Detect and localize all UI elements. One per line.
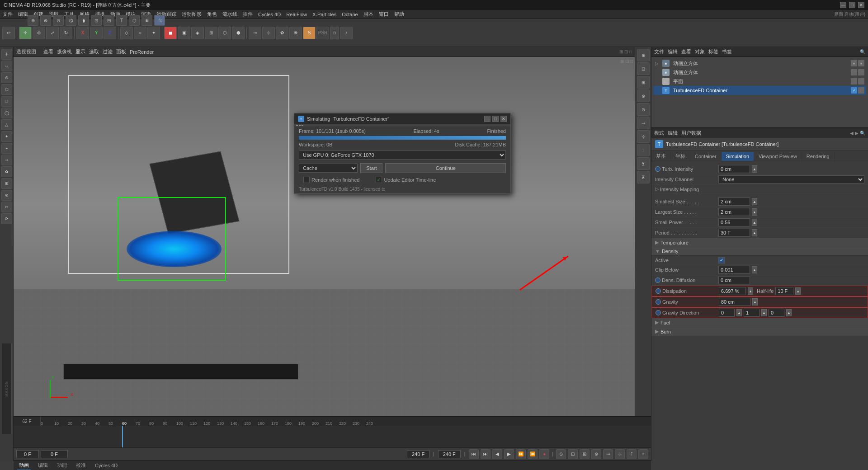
tb-r9[interactable]: ⬡: [129, 19, 140, 26]
tb-r3[interactable]: ⊙: [53, 19, 64, 26]
gravity-dir-z[interactable]: [769, 309, 784, 317]
render-finished-checkbox[interactable]: [303, 177, 310, 183]
gravity-up[interactable]: ▲: [752, 298, 758, 306]
left-btn-6[interactable]: △: [1, 119, 12, 130]
tb-r1[interactable]: ⊕: [28, 19, 38, 26]
tb-tl-7[interactable]: ⊺: [627, 449, 637, 459]
move-btn[interactable]: ⊕: [33, 27, 45, 39]
gravity-dir-z-up[interactable]: ▲: [786, 309, 792, 316]
tb6[interactable]: ⬢: [232, 27, 245, 39]
obj-item-1[interactable]: ■ 动画立方体: [653, 68, 866, 77]
left-btn-4[interactable]: □: [1, 96, 12, 107]
object-btn[interactable]: ○: [134, 27, 146, 39]
dens-diffusion-input[interactable]: [718, 276, 750, 284]
gravity-radio[interactable]: [656, 299, 661, 305]
left-btn-move[interactable]: ↔: [1, 61, 12, 71]
section-temperature[interactable]: ▶ Temperature: [651, 238, 868, 247]
menu-motion-graphic[interactable]: 运动图形: [182, 11, 202, 18]
vp-select[interactable]: 选取: [89, 48, 99, 55]
tb7[interactable]: ⊸: [249, 27, 261, 39]
tab-viewport-preview[interactable]: Viewport Preview: [754, 152, 802, 161]
left-btn-select[interactable]: ✛: [1, 49, 12, 60]
tb5[interactable]: ⬡: [218, 27, 231, 39]
smallest-size-up[interactable]: ▲: [752, 198, 757, 205]
tb-r8[interactable]: T: [116, 19, 127, 26]
vp-panel[interactable]: 面板: [116, 48, 126, 55]
sim-start-btn[interactable]: Start: [360, 163, 382, 173]
current-frame-input[interactable]: [41, 450, 68, 458]
viewport-canvas[interactable]: X Y 网格尺寸：100 cm ⊞ ⊡ □: [14, 57, 635, 425]
menu-octane[interactable]: Octane: [342, 12, 358, 17]
obj-item-turbulencefd[interactable]: T TurbulenceFD Container ✓: [653, 86, 866, 95]
dissipation-radio[interactable]: [656, 288, 661, 294]
menu-help[interactable]: 帮助: [394, 11, 404, 18]
next-frame-btn[interactable]: ⏩: [516, 449, 526, 459]
sim-continue-btn[interactable]: Continue: [385, 163, 506, 173]
tb4[interactable]: ⊞: [205, 27, 217, 39]
update-editor-checkbox[interactable]: ✓: [376, 177, 382, 183]
tb-tl-6[interactable]: ⊹: [615, 449, 625, 459]
play-btn[interactable]: ▶: [504, 449, 514, 459]
rotate-btn[interactable]: ↻: [60, 27, 72, 39]
gravity-dir-y[interactable]: [744, 309, 760, 317]
half-life-up[interactable]: ▲: [795, 287, 801, 295]
cursor-btn[interactable]: ✛: [19, 27, 32, 39]
vp-camera[interactable]: 摄像机: [57, 48, 72, 55]
y-axis-btn[interactable]: Y: [90, 27, 103, 39]
turb-intensity-input[interactable]: [718, 165, 750, 173]
play-reverse-btn[interactable]: ⏪: [528, 449, 538, 459]
maximize-btn[interactable]: □: [849, 2, 855, 8]
tb1[interactable]: ◼: [164, 27, 177, 39]
tb9[interactable]: ✿: [276, 27, 288, 39]
bottom-tab-calib[interactable]: 校准: [74, 461, 88, 470]
tb-r7[interactable]: ⊟: [104, 19, 114, 26]
tb-tl-3[interactable]: ⊞: [580, 449, 590, 459]
minimize-btn[interactable]: —: [840, 2, 846, 8]
timeline-track[interactable]: [14, 426, 651, 447]
props-content[interactable]: Turb. Intensity ▲ Intensity Channel None: [651, 162, 868, 461]
tb12[interactable]: PSR: [316, 27, 329, 39]
playhead[interactable]: [122, 426, 123, 447]
props-mode[interactable]: 模式: [654, 130, 664, 136]
menu-script[interactable]: 脚本: [363, 11, 373, 18]
obj-file[interactable]: 文件: [654, 48, 664, 55]
obj-tags[interactable]: 标签: [708, 48, 718, 55]
density-active-checkbox[interactable]: ✓: [718, 257, 725, 263]
prev-frame-btn[interactable]: ◀: [492, 449, 502, 459]
sim-close-btn[interactable]: ✕: [500, 116, 507, 122]
tab-coord[interactable]: 坐标: [671, 151, 690, 161]
menu-cycles4d[interactable]: Cycles 4D: [258, 12, 281, 17]
left-btn-11[interactable]: ⊞: [1, 178, 12, 189]
tab-container[interactable]: Container: [690, 152, 722, 161]
tab-simulation[interactable]: Simulation: [722, 152, 754, 161]
tb2[interactable]: ▣: [178, 27, 190, 39]
close-btn[interactable]: ✕: [858, 2, 864, 8]
sim-gpu-select[interactable]: Use GPU 0: GeForce GTX 1070: [299, 150, 506, 160]
tb-r4[interactable]: ⌬: [66, 19, 76, 26]
record-btn[interactable]: ●: [539, 449, 549, 459]
polygon-btn[interactable]: ◇: [120, 27, 133, 39]
left-btn-7[interactable]: ✦: [1, 131, 12, 142]
bottom-tab-cycles4d[interactable]: Cycles 4D: [93, 462, 119, 469]
ri-7[interactable]: ⊹: [637, 130, 650, 143]
vp-filter[interactable]: 过滤: [103, 48, 113, 55]
left-btn-2[interactable]: ⊙: [1, 72, 12, 83]
small-power-input[interactable]: [718, 218, 750, 226]
total-frames-input[interactable]: [438, 450, 461, 458]
left-btn-14[interactable]: ⟳: [1, 213, 12, 224]
tb-tl-2[interactable]: ⊡: [568, 449, 578, 459]
tb8[interactable]: ⊹: [262, 27, 275, 39]
tb-r11[interactable]: .fx: [154, 19, 165, 26]
section-burn[interactable]: ▶ Burn: [651, 327, 868, 336]
scale-btn[interactable]: ⤢: [46, 27, 59, 39]
obj-edit[interactable]: 编辑: [668, 48, 678, 55]
ri-5[interactable]: ⊙: [637, 103, 650, 116]
tb-tl-8[interactable]: ≡: [638, 449, 648, 459]
dissipation-input[interactable]: [719, 287, 746, 295]
tab-basic[interactable]: 基本: [651, 151, 671, 161]
left-btn-5[interactable]: ◯: [1, 108, 12, 118]
left-btn-10[interactable]: ✿: [1, 166, 12, 177]
sim-maximize-btn[interactable]: □: [492, 116, 499, 122]
gravity-dir-radio[interactable]: [656, 310, 661, 315]
clip-below-up[interactable]: ▲: [752, 266, 757, 273]
